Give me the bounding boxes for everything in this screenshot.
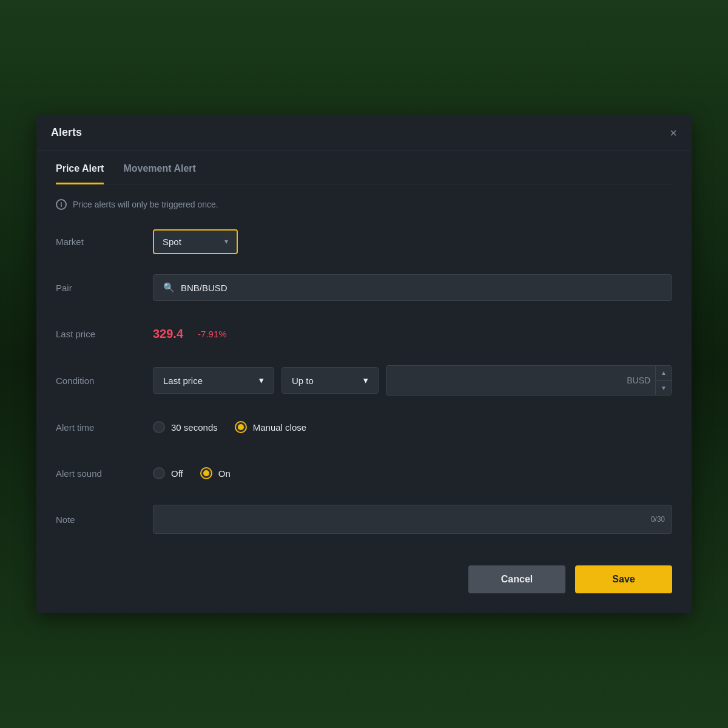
condition-label: Condition xyxy=(56,376,153,386)
alert-sound-off-option[interactable]: Off xyxy=(153,467,183,479)
note-label: Note xyxy=(56,514,153,525)
save-button[interactable]: Save xyxy=(575,565,672,593)
condition-direction-select[interactable]: Up to ▾ xyxy=(281,367,379,394)
pair-controls: 🔍 xyxy=(153,274,672,301)
last-price-row: Last price 329.4 -7.91% xyxy=(56,319,672,348)
price-value: 329.4 xyxy=(153,327,183,341)
modal-footer: Cancel Save xyxy=(56,551,672,598)
notice-bar: i Price alerts will only be triggered on… xyxy=(56,199,672,210)
alert-time-manual-label: Manual close xyxy=(253,422,306,433)
notice-text: Price alerts will only be triggered once… xyxy=(73,200,218,209)
alerts-modal: Alerts × Price Alert Movement Alert i Pr… xyxy=(36,115,692,613)
alert-sound-on-option[interactable]: On xyxy=(200,467,231,479)
pair-label: Pair xyxy=(56,283,153,293)
note-char-count: 0/30 xyxy=(651,515,665,524)
alert-time-manual-radio-dot xyxy=(238,424,244,430)
close-button[interactable]: × xyxy=(670,127,677,139)
condition-amount-input[interactable] xyxy=(386,368,627,393)
alert-time-manual-radio[interactable] xyxy=(235,421,247,433)
market-select[interactable]: Spot ▾ xyxy=(153,229,238,254)
alert-time-radio-group: 30 seconds Manual close xyxy=(153,421,306,433)
condition-row: Condition Last price ▾ Up to ▾ BUSD xyxy=(56,365,672,396)
market-row: Market Spot ▾ xyxy=(56,227,672,256)
note-row: Note 0/30 xyxy=(56,505,672,534)
alert-sound-on-radio[interactable] xyxy=(200,467,212,479)
alert-sound-controls: Off On xyxy=(153,467,672,479)
chevron-down-icon: ▾ xyxy=(224,237,228,246)
chevron-down-icon: ▾ xyxy=(363,375,368,386)
tab-movement-alert[interactable]: Movement Alert xyxy=(123,151,195,184)
alert-sound-row: Alert sound Off On xyxy=(56,459,672,488)
tabs-container: Price Alert Movement Alert xyxy=(56,150,672,184)
modal-body: Price Alert Movement Alert i Price alert… xyxy=(36,150,692,613)
alert-time-30s-label: 30 seconds xyxy=(171,422,218,433)
condition-controls: Last price ▾ Up to ▾ BUSD ▲ ▼ xyxy=(153,365,672,396)
alert-time-label: Alert time xyxy=(56,422,153,433)
spinner-down-button[interactable]: ▼ xyxy=(656,381,672,396)
search-icon: 🔍 xyxy=(163,282,175,293)
last-price-label: Last price xyxy=(56,329,153,339)
alert-time-30s-option[interactable]: 30 seconds xyxy=(153,421,218,433)
info-icon: i xyxy=(56,199,67,210)
market-value: Spot xyxy=(163,237,181,247)
note-wrapper: 0/30 xyxy=(153,505,672,534)
alert-sound-on-label: On xyxy=(218,468,231,479)
condition-direction-value: Up to xyxy=(292,376,314,386)
amount-spinners: ▲ ▼ xyxy=(655,366,672,395)
modal-title: Alerts xyxy=(51,126,82,139)
alert-time-row: Alert time 30 seconds Manual close xyxy=(56,413,672,442)
alert-time-30s-radio[interactable] xyxy=(153,421,165,433)
alert-sound-on-radio-dot xyxy=(203,470,209,476)
note-input[interactable] xyxy=(153,505,672,534)
alert-sound-radio-group: Off On xyxy=(153,467,231,479)
pair-input[interactable] xyxy=(181,283,662,293)
condition-type-select[interactable]: Last price ▾ xyxy=(153,367,274,394)
chevron-down-icon: ▾ xyxy=(259,375,264,386)
condition-currency: BUSD xyxy=(627,376,655,385)
last-price-controls: 329.4 -7.91% xyxy=(153,327,672,341)
alert-sound-off-label: Off xyxy=(171,468,183,479)
spinner-up-button[interactable]: ▲ xyxy=(656,366,672,381)
alert-sound-label: Alert sound xyxy=(56,468,153,479)
pair-input-wrapper: 🔍 xyxy=(153,274,672,301)
condition-type-value: Last price xyxy=(163,376,203,386)
condition-amount-wrapper: BUSD ▲ ▼ xyxy=(386,365,672,396)
alert-time-manual-option[interactable]: Manual close xyxy=(235,421,306,433)
modal-header: Alerts × xyxy=(36,115,692,150)
tab-price-alert[interactable]: Price Alert xyxy=(56,151,104,184)
price-change: -7.91% xyxy=(198,329,227,339)
pair-row: Pair 🔍 xyxy=(56,273,672,302)
alert-time-controls: 30 seconds Manual close xyxy=(153,421,672,433)
market-label: Market xyxy=(56,237,153,247)
alert-sound-off-radio[interactable] xyxy=(153,467,165,479)
cancel-button[interactable]: Cancel xyxy=(468,565,565,593)
market-controls: Spot ▾ xyxy=(153,229,672,254)
